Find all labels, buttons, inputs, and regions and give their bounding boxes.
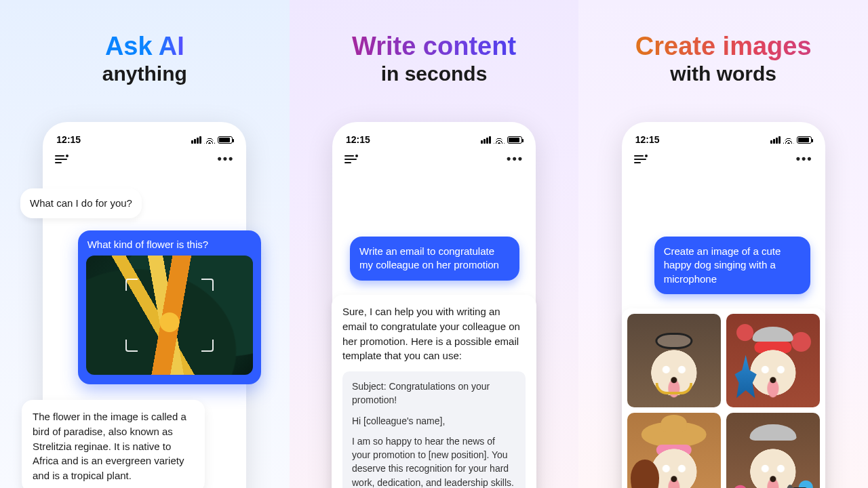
battery-icon <box>218 136 233 144</box>
signal-icon <box>770 136 781 144</box>
status-time: 12:15 <box>635 134 660 145</box>
generated-image-2[interactable] <box>726 314 820 407</box>
panel1-subhead: anything <box>0 62 290 85</box>
assistant-answer-bubble: The flower in the image is called a bird… <box>22 400 205 488</box>
more-icon[interactable]: ••• <box>796 152 813 166</box>
menu-icon[interactable] <box>634 155 646 163</box>
wifi-icon <box>204 136 215 144</box>
headline-word-ai: AI <box>159 32 184 60</box>
status-bar: 12:15 <box>631 131 816 152</box>
email-subject: Subject: Congratulations on your promoti… <box>352 380 516 407</box>
email-greeting: Hi [colleague's name], <box>352 414 516 428</box>
email-template-card: Subject: Congratulations on your promoti… <box>342 371 526 488</box>
signal-icon <box>191 136 201 144</box>
assistant-response-bubble: Sure, I can help you with writing an ema… <box>332 295 536 488</box>
battery-icon <box>507 136 522 144</box>
status-bar: 12:15 <box>342 131 526 152</box>
panel3-headline: Create images <box>578 33 868 61</box>
user-prompt-bubble: Write an email to congratulate my collea… <box>350 237 519 281</box>
attached-flower-image <box>86 256 253 375</box>
assistant-intro-text: Sure, I can help you with writing an ema… <box>342 304 526 363</box>
status-time: 12:15 <box>56 134 81 145</box>
assistant-greeting-bubble: What can I do for you? <box>20 188 142 218</box>
panel-write-content: Write content in seconds 12:15 ••• Write… <box>290 0 579 488</box>
signal-icon <box>481 136 491 144</box>
menu-icon[interactable] <box>344 155 357 163</box>
menu-icon[interactable] <box>55 155 67 163</box>
user-question-text: What kind of flower is this? <box>86 239 253 250</box>
generated-image-3[interactable] <box>627 413 721 488</box>
panel2-subhead: in seconds <box>290 62 579 85</box>
more-icon[interactable]: ••• <box>217 152 234 166</box>
wifi-icon <box>783 136 794 144</box>
panel1-headline: Ask AI <box>0 33 290 61</box>
status-time: 12:15 <box>346 134 370 145</box>
panel-create-images: Create images with words 12:15 ••• Creat… <box>578 0 868 488</box>
phone-mockup-3: 12:15 ••• Create an image of a cute happ… <box>622 122 825 488</box>
battery-icon <box>797 136 812 144</box>
panel3-subhead: with words <box>578 62 868 85</box>
user-prompt-bubble: Create an image of a cute happy dog sing… <box>654 237 810 294</box>
phone-mockup-2: 12:15 ••• Write an email to congratulate… <box>332 122 536 488</box>
generated-image-4[interactable] <box>726 413 820 488</box>
panel2-headline: Write content <box>290 33 579 61</box>
status-bar: 12:15 <box>52 131 237 152</box>
generated-image-1[interactable] <box>627 314 721 407</box>
more-icon[interactable]: ••• <box>507 152 524 166</box>
user-image-question-bubble: What kind of flower is this? <box>78 230 261 384</box>
wifi-icon <box>494 136 505 144</box>
email-body-1: I am so happy to hear the news of your p… <box>352 434 516 488</box>
generated-images-gallery: Powered by DALL•E 3 <box>622 308 825 488</box>
panel-ask-ai: Ask AI anything 12:15 ••• What can I do … <box>0 0 290 488</box>
headline-word-ask: Ask <box>105 32 159 60</box>
